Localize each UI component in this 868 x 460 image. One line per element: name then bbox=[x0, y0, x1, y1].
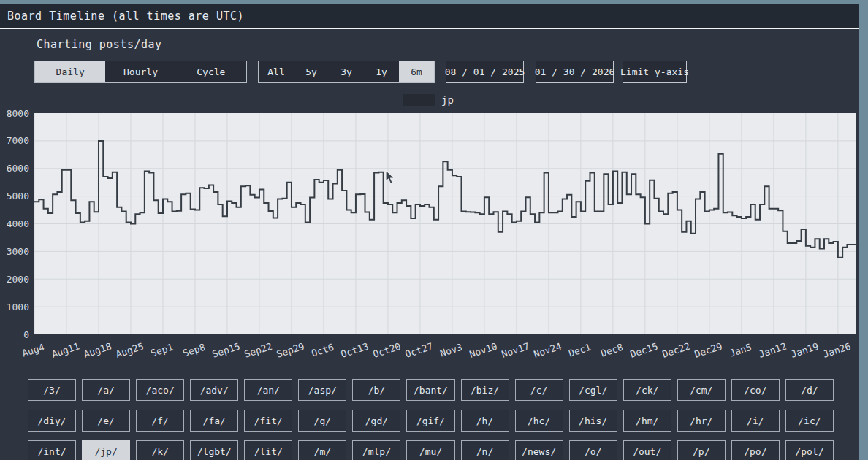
x-axis-label: Oct20 bbox=[372, 341, 403, 360]
mouse-cursor-icon bbox=[385, 169, 395, 185]
x-axis-label: Jan12 bbox=[758, 341, 788, 360]
board-row: /int//jp//k//lgbt//lit//m//mlp//mu//n//n… bbox=[28, 440, 834, 460]
x-axis-label: Jan26 bbox=[822, 341, 853, 360]
board-button-cm[interactable]: /cm/ bbox=[677, 379, 726, 401]
range-option-6m[interactable]: 6m bbox=[399, 61, 434, 82]
y-axis-label: 0 bbox=[23, 329, 29, 340]
window-title: Board Timeline (all times are UTC) bbox=[7, 9, 244, 23]
board-button-fit[interactable]: /fit/ bbox=[244, 410, 292, 432]
x-axis-label: Aug18 bbox=[83, 341, 113, 360]
board-button-ic[interactable]: /ic/ bbox=[785, 410, 834, 432]
mode-option-daily[interactable]: Daily bbox=[35, 61, 105, 82]
range-segmented-control: All5y3y1y6m bbox=[258, 61, 435, 83]
board-button-hm[interactable]: /hm/ bbox=[623, 410, 671, 432]
board-button-gif[interactable]: /gif/ bbox=[406, 410, 454, 432]
board-button-his[interactable]: /his/ bbox=[569, 410, 617, 432]
board-button-mu[interactable]: /mu/ bbox=[406, 440, 454, 460]
board-button-c[interactable]: /c/ bbox=[515, 379, 563, 401]
y-axis-label: 6000 bbox=[7, 163, 29, 174]
board-button-o[interactable]: /o/ bbox=[569, 440, 617, 460]
board-button-bant[interactable]: /bant/ bbox=[406, 379, 454, 401]
x-axis-label: Jan19 bbox=[790, 341, 821, 360]
x-axis-label: Sep22 bbox=[243, 341, 274, 360]
board-button-fa[interactable]: /fa/ bbox=[190, 410, 238, 432]
x-axis-label: Oct27 bbox=[404, 341, 435, 360]
chart-heading: Charting posts/day bbox=[37, 38, 162, 51]
y-axis-label: 2000 bbox=[7, 274, 29, 285]
board-button-jp[interactable]: /jp/ bbox=[82, 440, 130, 460]
board-button-d[interactable]: /d/ bbox=[785, 379, 834, 401]
board-row: /diy//e//f//fa//fit//g//gd//gif//h//hc//… bbox=[28, 410, 834, 432]
board-button-aco[interactable]: /aco/ bbox=[136, 379, 184, 401]
board-button-f[interactable]: /f/ bbox=[136, 410, 184, 432]
y-axis-label: 4000 bbox=[7, 218, 29, 229]
x-axis-label: Oct6 bbox=[310, 342, 335, 359]
x-axis-label: Dec8 bbox=[599, 342, 624, 359]
board-button-adv[interactable]: /adv/ bbox=[190, 379, 238, 401]
limit-y-axis-button[interactable]: Limit y-axis bbox=[623, 61, 687, 83]
x-axis-label: Sep15 bbox=[211, 341, 242, 360]
title-separator bbox=[0, 28, 859, 29]
x-axis-label: Jan5 bbox=[728, 342, 753, 359]
board-button-i[interactable]: /i/ bbox=[731, 410, 780, 432]
x-axis-label: Nov3 bbox=[438, 342, 463, 359]
timeline-chart: 010002000300040005000600070008000Aug4Aug… bbox=[0, 110, 861, 367]
board-button-lgbt[interactable]: /lgbt/ bbox=[190, 440, 238, 460]
board-button-lit[interactable]: /lit/ bbox=[244, 440, 292, 460]
board-button-3[interactable]: /3/ bbox=[28, 379, 76, 401]
start-date-input[interactable]: 08 / 01 / 2025 bbox=[446, 61, 524, 83]
board-button-an[interactable]: /an/ bbox=[244, 379, 292, 401]
mode-segmented-control: DailyHourlyCycle bbox=[34, 61, 247, 83]
board-button-cgl[interactable]: /cgl/ bbox=[569, 379, 617, 401]
board-button-asp[interactable]: /asp/ bbox=[298, 379, 346, 401]
board-button-news[interactable]: /news/ bbox=[515, 440, 563, 460]
y-axis-label: 3000 bbox=[7, 246, 29, 257]
title-bar: Board Timeline (all times are UTC) bbox=[0, 4, 859, 28]
range-option-1y[interactable]: 1y bbox=[364, 61, 399, 82]
board-button-k[interactable]: /k/ bbox=[136, 440, 184, 460]
range-option-5y[interactable]: 5y bbox=[294, 61, 329, 82]
range-option-3y[interactable]: 3y bbox=[329, 61, 364, 82]
x-axis-label: Nov17 bbox=[500, 341, 531, 360]
board-button-out[interactable]: /out/ bbox=[623, 440, 671, 460]
board-button-diy[interactable]: /diy/ bbox=[28, 410, 76, 432]
board-button-mlp[interactable]: /mlp/ bbox=[352, 440, 400, 460]
x-axis-label: Dec29 bbox=[693, 341, 724, 360]
end-date-input[interactable]: 01 / 30 / 2026 bbox=[536, 61, 614, 83]
x-axis-label: Aug11 bbox=[50, 341, 81, 360]
board-button-hr[interactable]: /hr/ bbox=[677, 410, 726, 432]
x-axis-label: Nov24 bbox=[533, 340, 563, 359]
chart-legend: jp bbox=[403, 93, 454, 107]
x-axis-label: Nov10 bbox=[468, 341, 499, 360]
x-axis-label: Oct13 bbox=[340, 341, 370, 360]
mode-option-cycle[interactable]: Cycle bbox=[176, 61, 246, 82]
y-axis-label: 5000 bbox=[7, 191, 29, 202]
board-button-gd[interactable]: /gd/ bbox=[352, 410, 400, 432]
board-button-g[interactable]: /g/ bbox=[298, 410, 346, 432]
board-button-pol[interactable]: /pol/ bbox=[785, 440, 834, 460]
board-button-co[interactable]: /co/ bbox=[731, 379, 780, 401]
range-option-all[interactable]: All bbox=[259, 61, 294, 82]
board-button-po[interactable]: /po/ bbox=[731, 440, 780, 460]
legend-label: jp bbox=[441, 94, 454, 106]
chart-svg: 010002000300040005000600070008000Aug4Aug… bbox=[0, 110, 861, 367]
y-axis-label: 1000 bbox=[7, 302, 29, 313]
board-button-hc[interactable]: /hc/ bbox=[515, 410, 563, 432]
board-button-b[interactable]: /b/ bbox=[352, 379, 400, 401]
board-button-a[interactable]: /a/ bbox=[82, 379, 130, 401]
board-button-p[interactable]: /p/ bbox=[677, 440, 726, 460]
window-frame-right bbox=[859, 0, 868, 460]
board-button-n[interactable]: /n/ bbox=[461, 440, 509, 460]
board-button-ck[interactable]: /ck/ bbox=[623, 379, 671, 401]
board-button-e[interactable]: /e/ bbox=[82, 410, 130, 432]
board-button-m[interactable]: /m/ bbox=[298, 440, 346, 460]
x-axis-label: Dec15 bbox=[629, 341, 660, 360]
board-button-biz[interactable]: /biz/ bbox=[461, 379, 509, 401]
x-axis-label: Dec22 bbox=[661, 341, 692, 360]
board-button-h[interactable]: /h/ bbox=[461, 410, 509, 432]
y-axis-label: 7000 bbox=[7, 135, 29, 146]
mode-option-hourly[interactable]: Hourly bbox=[105, 61, 175, 82]
x-axis-label: Aug4 bbox=[20, 342, 46, 359]
board-button-int[interactable]: /int/ bbox=[28, 440, 76, 460]
y-axis-label: 8000 bbox=[7, 110, 29, 119]
